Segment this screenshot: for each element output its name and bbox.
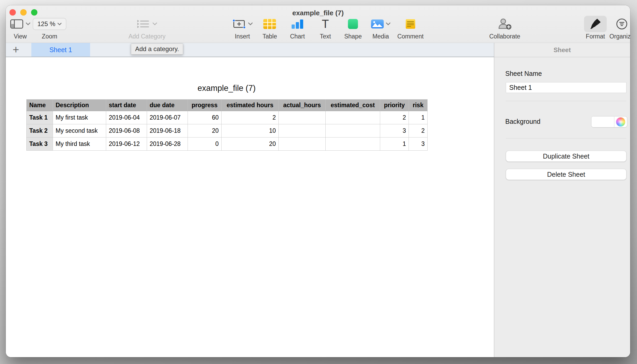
column-header-4[interactable]: progress	[188, 100, 222, 111]
column-header-7[interactable]: estimated_cost	[326, 100, 380, 111]
delete-sheet-button[interactable]: Delete Sheet	[506, 169, 626, 180]
format-paintbrush-icon	[589, 18, 601, 30]
table-cell[interactable]: 2019-06-08	[106, 124, 147, 137]
table-cell[interactable]: 0	[188, 137, 222, 151]
chart-label: Chart	[290, 33, 305, 40]
text-label: Text	[320, 33, 331, 40]
view-button[interactable]: View	[10, 16, 31, 40]
color-wheel-icon[interactable]	[616, 117, 625, 126]
chevron-down-icon	[26, 22, 31, 26]
view-label: View	[14, 33, 27, 40]
media-photo-icon	[371, 19, 384, 29]
sheet-name-label: Sheet Name	[505, 70, 542, 77]
column-header-8[interactable]: priority	[380, 100, 409, 111]
category-list-icon	[137, 19, 150, 29]
zoom-level-button[interactable]: 125 %	[33, 18, 66, 30]
background-color-well[interactable]	[591, 116, 627, 127]
chart-button[interactable]: Chart	[290, 16, 305, 40]
media-button[interactable]: Media	[371, 16, 391, 40]
table-cell[interactable]	[326, 137, 380, 151]
table-row: Task 3My third task2019-06-122019-06-280…	[27, 137, 428, 151]
add-category-label: Add Category	[129, 33, 166, 40]
collaborate-label: Collaborate	[489, 33, 520, 40]
add-sheet-button[interactable]: +	[13, 43, 19, 57]
table-cell[interactable]: 3	[380, 124, 409, 137]
shape-button[interactable]: Shape	[344, 16, 362, 40]
table-cell[interactable]: My third task	[53, 137, 106, 151]
text-button[interactable]: T Text	[320, 16, 331, 40]
add-category-button: Add Category	[129, 16, 166, 40]
format-label: Format	[586, 33, 605, 40]
table-cell[interactable]	[279, 124, 326, 137]
format-sidebar: Sheet Sheet Name Background Duplicate Sh…	[494, 43, 630, 357]
collaborate-button[interactable]: Collaborate	[489, 16, 520, 40]
table-cell[interactable]: My first task	[53, 111, 106, 124]
table-button[interactable]: Table	[263, 16, 277, 40]
comment-label: Comment	[397, 33, 424, 40]
zoom-label: Zoom	[42, 33, 57, 40]
row-header-cell[interactable]: Task 3	[27, 137, 53, 151]
color-swatch-white[interactable]	[591, 116, 614, 127]
sheet-tab-bar: + Sheet 1	[6, 43, 494, 57]
chevron-down-icon	[248, 22, 253, 26]
sheet-name-input[interactable]	[506, 82, 626, 93]
zoom-level-value: 125 %	[37, 20, 55, 28]
table-cell[interactable]: 2	[380, 111, 409, 124]
shape-square-icon	[348, 19, 358, 29]
row-header-cell[interactable]: Task 1	[27, 111, 53, 124]
sidebar-header: Sheet	[494, 43, 630, 57]
column-header-2[interactable]: start date	[106, 100, 147, 111]
column-header-0[interactable]: Name	[27, 100, 53, 111]
table-cell[interactable]: 2019-06-18	[147, 124, 188, 137]
table-cell[interactable]: 20	[222, 137, 279, 151]
organize-filter-icon	[616, 18, 628, 30]
comment-button[interactable]: Comment	[397, 16, 424, 40]
task-table: NameDescriptionstart datedue dateprogres…	[26, 99, 428, 151]
divider	[506, 101, 626, 101]
sidebar-content: Sheet Name Background Duplicate Sheet De…	[494, 57, 630, 357]
column-header-3[interactable]: due date	[147, 100, 188, 111]
table-row: Task 1My first task2019-06-042019-06-076…	[27, 111, 428, 124]
table-cell[interactable]: 3	[409, 137, 428, 151]
tab-sheet-1[interactable]: Sheet 1	[31, 43, 90, 57]
table-cell[interactable]: 60	[188, 111, 222, 124]
zoom-control[interactable]: 125 % Zoom	[33, 16, 66, 40]
table-cell[interactable]	[279, 137, 326, 151]
view-panes-icon	[10, 19, 24, 29]
desktop-background: example_file (7) View 125 %	[0, 0, 637, 364]
column-header-9[interactable]: risk	[409, 100, 428, 111]
row-header-cell[interactable]: Task 2	[27, 124, 53, 137]
table-cell[interactable]: 20	[188, 124, 222, 137]
chevron-down-icon	[57, 23, 62, 26]
duplicate-sheet-button[interactable]: Duplicate Sheet	[506, 151, 626, 162]
organize-button[interactable]: Organize	[609, 16, 630, 40]
shape-label: Shape	[344, 33, 362, 40]
table-cell[interactable]	[326, 124, 380, 137]
table-cell[interactable]: 1	[409, 111, 428, 124]
table-cell[interactable]: 2019-06-28	[147, 137, 188, 151]
column-header-5[interactable]: estimated hours	[222, 100, 279, 111]
header-row: NameDescriptionstart datedue dateprogres…	[27, 100, 428, 111]
table-cell[interactable]: 2019-06-12	[106, 137, 147, 151]
table-cell[interactable]: My second task	[53, 124, 106, 137]
table-cell[interactable]: 2019-06-07	[147, 111, 188, 124]
sheet-canvas[interactable]: example_file (7) NameDescriptionstart da…	[6, 57, 494, 357]
table-title[interactable]: example_file (7)	[6, 83, 447, 93]
table-cell[interactable]	[326, 111, 380, 124]
table-cell[interactable]: 2	[409, 124, 428, 137]
table-cell[interactable]: 2	[222, 111, 279, 124]
table-grid-icon	[263, 19, 276, 29]
chart-bars-icon	[291, 19, 304, 29]
table-cell[interactable]: 1	[380, 137, 409, 151]
media-label: Media	[373, 33, 389, 40]
format-button[interactable]: Format	[584, 16, 607, 40]
collaborate-person-icon	[498, 18, 512, 30]
table-cell[interactable]: 2019-06-04	[106, 111, 147, 124]
table-cell[interactable]	[279, 111, 326, 124]
chevron-down-icon	[386, 22, 391, 26]
table-cell[interactable]: 10	[222, 124, 279, 137]
insert-button[interactable]: Insert	[232, 16, 253, 40]
column-header-1[interactable]: Description	[53, 100, 106, 111]
column-header-6[interactable]: actual_hours	[279, 100, 326, 111]
comment-note-icon	[405, 19, 415, 29]
